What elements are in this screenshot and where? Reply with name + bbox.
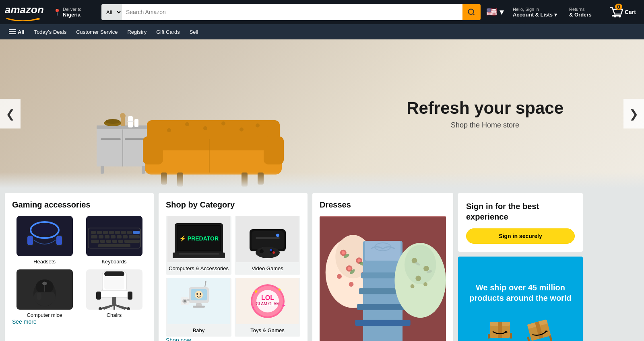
svg-rect-73	[100, 290, 128, 298]
svg-point-109	[184, 300, 186, 302]
category-card-title: Shop by Category	[166, 200, 300, 210]
svg-rect-37	[27, 236, 33, 245]
headsets-label: Headsets	[33, 259, 56, 265]
search-category-select[interactable]: All	[101, 4, 122, 20]
svg-rect-157	[488, 334, 490, 339]
svg-point-69	[37, 292, 41, 300]
headset-svg	[19, 218, 71, 254]
svg-point-96	[260, 249, 264, 253]
svg-line-111	[205, 282, 206, 287]
svg-point-147	[423, 266, 429, 271]
deliver-location[interactable]: 📍 Deliver to Nigeria	[53, 7, 97, 18]
svg-line-2	[473, 14, 475, 15]
cart-button[interactable]: 0 Cart	[606, 3, 639, 21]
console-svg	[237, 217, 298, 261]
svg-point-68	[42, 282, 47, 285]
search-input[interactable]	[122, 4, 462, 20]
svg-point-23	[185, 122, 189, 126]
hero-prev-button[interactable]: ❮	[0, 99, 21, 129]
svg-point-103	[196, 293, 198, 295]
svg-rect-155	[498, 322, 502, 338]
svg-point-82	[99, 307, 102, 310]
hero-banner: ❮	[0, 39, 644, 188]
returns-orders[interactable]: Returns & Orders	[566, 5, 602, 19]
svg-point-95	[256, 247, 280, 258]
nav-sell[interactable]: Sell	[186, 27, 202, 37]
computers-image: ⚡ PREDATOR	[167, 216, 230, 262]
nav-customer-service[interactable]: Customer Service	[72, 27, 122, 37]
search-button[interactable]	[462, 4, 481, 20]
svg-rect-16	[127, 121, 134, 122]
svg-point-131	[337, 274, 342, 279]
signin-button[interactable]: Sign in securely	[466, 228, 575, 244]
category-computers[interactable]: ⚡ PREDATOR Computers & Accessories	[166, 216, 231, 275]
svg-rect-163	[527, 336, 530, 341]
gaming-keyboards-item[interactable]: Keyboards	[82, 216, 147, 265]
category-grid: ⚡ PREDATOR Computers & Accessories	[166, 216, 300, 337]
svg-point-150	[423, 282, 427, 286]
keyboards-label: Keyboards	[101, 259, 126, 265]
svg-rect-51	[91, 235, 97, 238]
category-toys-games[interactable]: LOL GLAM GLAM ★ ★ ✦ ✦ Toys & Games	[235, 278, 300, 337]
nav-registry[interactable]: Registry	[123, 27, 151, 37]
logo-smile-icon	[5, 16, 41, 21]
hero-next-button[interactable]: ❯	[623, 99, 644, 129]
svg-rect-63	[124, 240, 140, 243]
gaming-card-title: Gaming accessories	[12, 200, 147, 210]
category-shop-now-link[interactable]: Shop now	[166, 337, 191, 341]
svg-point-149	[411, 284, 415, 288]
deliver-to-label: Deliver to	[63, 7, 81, 12]
category-video-games[interactable]: Video Games	[235, 216, 300, 275]
see-more-link[interactable]: See more	[12, 318, 37, 325]
headsets-image	[17, 216, 73, 256]
svg-rect-53	[105, 235, 109, 238]
svg-rect-44	[97, 231, 102, 234]
gaming-chairs-item[interactable]: Chairs	[82, 269, 147, 318]
account-lists-label: Account & Lists ▾	[513, 12, 559, 18]
hamburger-icon	[9, 29, 16, 34]
hero-text: Refresh your space Shop the Home store	[407, 99, 564, 129]
svg-point-128	[357, 259, 361, 262]
svg-point-27	[256, 123, 260, 127]
box1-svg	[486, 310, 518, 341]
svg-point-99	[270, 249, 272, 251]
svg-rect-9	[101, 138, 121, 140]
hero-title: Refresh your space	[407, 99, 564, 118]
svg-point-26	[239, 127, 244, 131]
gaming-headsets-item[interactable]: Headsets	[12, 216, 77, 265]
svg-text:✦: ✦	[282, 303, 286, 308]
hero-subtitle: Shop the Home store	[407, 121, 564, 129]
svg-text:GLAM GLAM: GLAM GLAM	[256, 302, 279, 306]
svg-rect-142	[355, 320, 410, 326]
hero-sofa-image	[80, 58, 314, 188]
svg-rect-58	[91, 240, 99, 243]
svg-point-5	[619, 16, 621, 18]
svg-text:★: ★	[278, 288, 281, 292]
svg-point-40	[33, 224, 56, 235]
category-baby[interactable]: Baby	[166, 278, 231, 337]
svg-rect-28	[143, 136, 163, 164]
baby-label: Baby	[166, 324, 231, 337]
svg-rect-74	[96, 292, 101, 300]
svg-rect-39	[56, 236, 62, 245]
gaming-mice-item[interactable]: Computer mice	[12, 269, 77, 318]
gaming-product-grid: Headsets	[12, 216, 147, 318]
nav-all-button[interactable]: All	[5, 27, 29, 37]
svg-rect-55	[117, 235, 122, 238]
hero-fade	[0, 172, 644, 188]
video-games-image	[236, 216, 299, 262]
svg-rect-10	[125, 138, 145, 140]
shop-by-category-card: Shop by Category ⚡ PREDATOR	[159, 193, 308, 341]
svg-point-19	[120, 113, 126, 119]
svg-rect-62	[118, 240, 123, 243]
account-menu[interactable]: Hello, Sign in Account & Lists ▾	[510, 5, 562, 19]
toys-games-image: LOL GLAM GLAM ★ ★ ✦ ✦	[236, 278, 299, 324]
nav-todays-deals[interactable]: Today's Deals	[30, 27, 71, 37]
nav-gift-cards[interactable]: Gift Cards	[152, 27, 184, 37]
language-flag[interactable]: 🇺🇸 ▾	[485, 5, 506, 19]
svg-point-130	[348, 267, 351, 270]
svg-rect-89	[179, 253, 219, 255]
svg-rect-17	[134, 119, 138, 127]
amazon-logo[interactable]: amazon	[5, 4, 49, 21]
svg-point-1	[469, 9, 474, 14]
